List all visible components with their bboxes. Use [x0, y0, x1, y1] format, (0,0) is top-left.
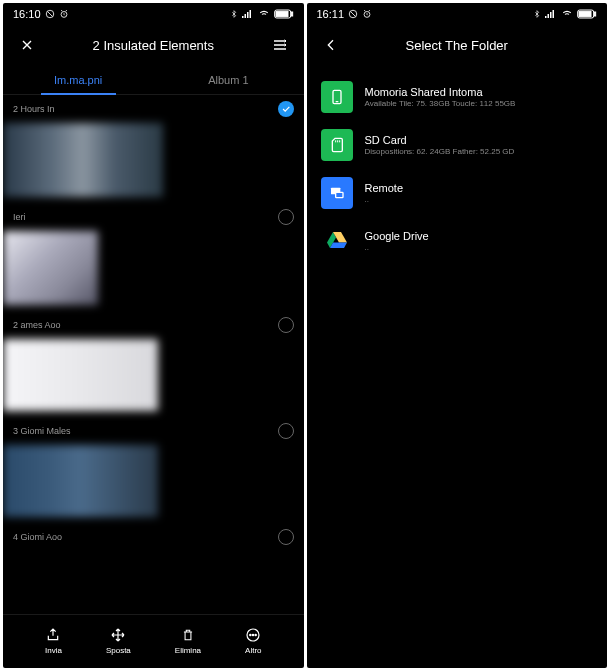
- header: 2 Insulated Elements: [3, 25, 304, 65]
- folder-sd-card[interactable]: SD Card Disopositions: 62. 24GB Father: …: [307, 121, 608, 169]
- phone-right: 16:11 Select The Folder Momoria Shared I…: [307, 3, 608, 668]
- thumbnail[interactable]: [3, 339, 304, 411]
- more-button[interactable]: Altro: [245, 627, 261, 655]
- remote-icon: [321, 177, 353, 209]
- bottom-bar: Invia Sposta Elimina Altro: [3, 614, 304, 668]
- svg-rect-20: [594, 12, 595, 16]
- folder-list: Momoria Shared Intoma Available Tile: 75…: [307, 65, 608, 273]
- tabs: Im.ma.pni Album 1: [3, 65, 304, 95]
- header-title: 2 Insulated Elements: [39, 38, 268, 53]
- phone-storage-icon: [321, 81, 353, 113]
- svg-point-12: [255, 634, 256, 635]
- close-button[interactable]: [15, 37, 39, 53]
- thumbnail[interactable]: [3, 231, 304, 305]
- svg-rect-7: [291, 12, 292, 16]
- alarm-icon: [59, 9, 69, 19]
- section-label: 3 Giomi Males: [13, 426, 71, 436]
- trash-icon: [181, 627, 195, 643]
- svg-rect-18: [553, 10, 555, 18]
- status-bar: 16:10: [3, 3, 304, 25]
- svg-rect-3: [244, 14, 246, 18]
- section-header[interactable]: 4 Giomi Aoo: [3, 523, 304, 551]
- folder-internal-storage[interactable]: Momoria Shared Intoma Available Tile: 75…: [307, 73, 608, 121]
- section-checkbox[interactable]: [278, 317, 294, 333]
- alarm-icon: [362, 9, 372, 19]
- more-icon: [245, 627, 261, 643]
- chevron-left-icon: [323, 37, 339, 53]
- section-label: 2 Hours In: [13, 104, 55, 114]
- folder-title: SD Card: [365, 134, 515, 146]
- status-time: 16:11: [317, 8, 345, 20]
- section-label: 2 ames Aoo: [13, 320, 61, 330]
- filter-button[interactable]: [268, 37, 292, 53]
- folder-subtitle: Disopositions: 62. 24GB Father: 52.25 GD: [365, 147, 515, 156]
- signal-icon: [242, 9, 254, 19]
- sd-card-icon: [321, 129, 353, 161]
- section-header[interactable]: Ieri: [3, 203, 304, 231]
- svg-rect-25: [335, 192, 342, 197]
- folder-subtitle: Available Tile: 75. 38GB Toucle: 112 55G…: [365, 99, 516, 108]
- folder-title: Google Drive: [365, 230, 429, 242]
- section-checkbox-checked[interactable]: [278, 101, 294, 117]
- section-label: Ieri: [13, 212, 26, 222]
- section-checkbox[interactable]: [278, 529, 294, 545]
- folder-subtitle: ..: [365, 195, 404, 204]
- folder-google-drive[interactable]: Google Drive ..: [307, 217, 608, 265]
- header-title: Select The Folder: [343, 38, 572, 53]
- move-button[interactable]: Sposta: [106, 627, 131, 655]
- section-header[interactable]: 2 Hours In: [3, 95, 304, 123]
- svg-rect-21: [579, 11, 591, 16]
- dnd-icon: [348, 9, 358, 19]
- svg-rect-5: [249, 10, 251, 18]
- svg-point-10: [250, 634, 251, 635]
- dnd-icon: [45, 9, 55, 19]
- battery-icon: [274, 9, 294, 19]
- thumbnail[interactable]: [3, 445, 304, 517]
- battery-icon: [577, 9, 597, 19]
- header: Select The Folder: [307, 25, 608, 65]
- content-scroll[interactable]: 2 Hours In Ieri 2 ames Aoo 3 Giomi Males…: [3, 95, 304, 614]
- folder-subtitle: ..: [365, 243, 429, 252]
- svg-point-11: [253, 634, 254, 635]
- bluetooth-icon: [230, 9, 238, 19]
- close-icon: [19, 37, 35, 53]
- section-checkbox[interactable]: [278, 209, 294, 225]
- phone-left: 16:10 2 Insulated Elements Im.ma.pni Alb…: [3, 3, 304, 668]
- delete-button[interactable]: Elimina: [175, 627, 201, 655]
- back-button[interactable]: [319, 37, 343, 53]
- google-drive-icon: [321, 225, 353, 257]
- send-button[interactable]: Invia: [45, 627, 62, 655]
- folder-remote[interactable]: Remote ..: [307, 169, 608, 217]
- folder-title: Momoria Shared Intoma: [365, 86, 516, 98]
- svg-rect-15: [545, 16, 547, 18]
- status-time: 16:10: [13, 8, 41, 20]
- filter-icon: [271, 37, 289, 53]
- signal-icon: [545, 9, 557, 19]
- tab-images[interactable]: Im.ma.pni: [3, 65, 153, 94]
- folder-title: Remote: [365, 182, 404, 194]
- svg-rect-2: [242, 16, 244, 18]
- svg-rect-17: [550, 12, 552, 18]
- section-header[interactable]: 3 Giomi Males: [3, 417, 304, 445]
- wifi-icon: [561, 9, 573, 19]
- svg-rect-8: [276, 11, 288, 16]
- status-bar: 16:11: [307, 3, 608, 25]
- section-header[interactable]: 2 ames Aoo: [3, 311, 304, 339]
- wifi-icon: [258, 9, 270, 19]
- check-icon: [281, 104, 291, 114]
- tab-album[interactable]: Album 1: [153, 65, 303, 94]
- move-icon: [110, 627, 126, 643]
- bluetooth-icon: [533, 9, 541, 19]
- thumbnail[interactable]: [3, 123, 304, 197]
- share-icon: [45, 627, 61, 643]
- svg-rect-4: [247, 12, 249, 18]
- svg-rect-16: [548, 14, 550, 18]
- section-label: 4 Giomi Aoo: [13, 532, 62, 542]
- section-checkbox[interactable]: [278, 423, 294, 439]
